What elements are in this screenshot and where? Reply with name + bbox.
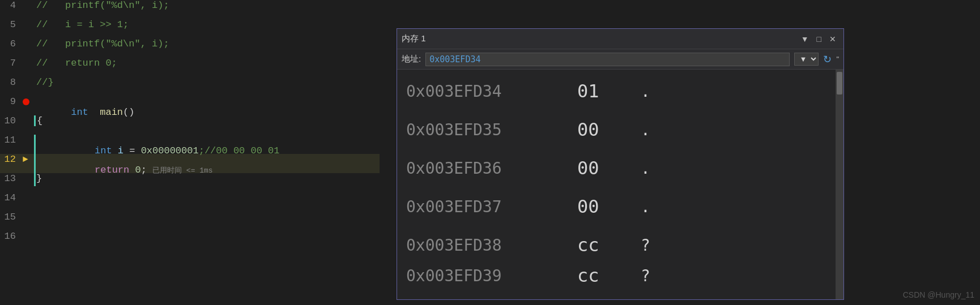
csdn-watermark: CSDN @Hungry_11 <box>903 290 974 299</box>
memory-content: 0x003EFD34 01 . 0x003EFD35 00 . 0x003EFD… <box>397 70 843 299</box>
code-line-12: 12 ► return 0; 已用时间 <= 1ms <box>0 154 380 173</box>
code-line-9: 9 int main() <box>0 96 380 115</box>
mem-addr-1: 0x003EFD35 <box>406 121 559 139</box>
memory-window-controls: ▼ □ ✕ <box>798 33 839 45</box>
address-label: 地址: <box>402 54 421 65</box>
mem-val-4: cc <box>577 234 623 256</box>
code-line-5: 5 // i = i >> 1; <box>0 19 380 38</box>
refresh-button[interactable]: ↻ <box>823 53 832 66</box>
mem-char-1: . <box>641 121 658 139</box>
code-line-15: 15 <box>0 212 380 231</box>
mem-val-1: 00 <box>577 119 623 140</box>
mem-val-3: 00 <box>577 196 623 217</box>
code-line-4: 4 // printf("%d\n", i); <box>0 0 380 19</box>
mem-addr-0: 0x003EFD34 <box>406 82 559 101</box>
memory-dropdown-btn[interactable]: ▼ <box>798 33 812 45</box>
mem-char-0: . <box>641 82 658 101</box>
code-line-10: 10 { <box>0 115 380 135</box>
memory-close-btn[interactable]: ✕ <box>826 33 839 45</box>
memory-row-2: 0x003EFD36 00 . <box>406 149 834 187</box>
address-dropdown[interactable]: ▼ <box>794 53 819 66</box>
memory-maximize-btn[interactable]: □ <box>814 33 824 45</box>
mem-addr-3: 0x003EFD37 <box>406 197 559 216</box>
mem-char-5: ? <box>641 267 658 285</box>
memory-scrollbar[interactable] <box>836 70 843 299</box>
memory-toolbar: 地址: ▼ ↻ " <box>397 49 843 70</box>
breakpoint-dot <box>23 98 29 105</box>
code-editor: 4 // printf("%d\n", i); 5 // i = i >> 1;… <box>0 0 380 305</box>
scrollbar-thumb <box>837 72 842 94</box>
mem-char-3: . <box>641 197 658 216</box>
memory-row-4: 0x003EFD38 cc ? <box>406 226 834 264</box>
code-line-16: 16 <box>0 231 380 250</box>
code-line-14: 14 <box>0 192 380 212</box>
memory-row-1: 0x003EFD35 00 . <box>406 110 834 149</box>
mem-val-5: cc <box>577 265 623 286</box>
address-input[interactable] <box>425 53 790 66</box>
mem-addr-4: 0x003EFD38 <box>406 236 559 255</box>
code-line-7: 7 // return 0; <box>0 58 380 77</box>
memory-row-0: 0x003EFD34 01 . <box>406 72 834 110</box>
memory-window: 内存 1 ▼ □ ✕ 地址: ▼ ↻ " 0x003EFD34 01 . 0x0… <box>397 28 844 300</box>
code-line-11: 11 int i = 0x00000001;//00 00 00 01 <box>0 135 380 154</box>
mem-addr-5: 0x003EFD39 <box>406 267 559 285</box>
memory-window-title: 内存 1 <box>402 33 426 44</box>
memory-row-5: 0x003EFD39 cc ? <box>406 264 834 287</box>
mem-char-4: ? <box>641 236 658 255</box>
mem-char-2: . <box>641 159 658 178</box>
mem-val-2: 00 <box>577 157 623 179</box>
memory-row-3: 0x003EFD37 00 . <box>406 187 834 226</box>
code-line-6: 6 // printf("%d\n", i); <box>0 38 380 58</box>
more-options-button[interactable]: " <box>836 55 839 63</box>
code-line-8: 8 //} <box>0 77 380 96</box>
code-line-13: 13 } <box>0 173 380 192</box>
memory-titlebar: 内存 1 ▼ □ ✕ <box>397 29 843 49</box>
mem-addr-2: 0x003EFD36 <box>406 159 559 178</box>
mem-val-0: 01 <box>577 80 623 102</box>
